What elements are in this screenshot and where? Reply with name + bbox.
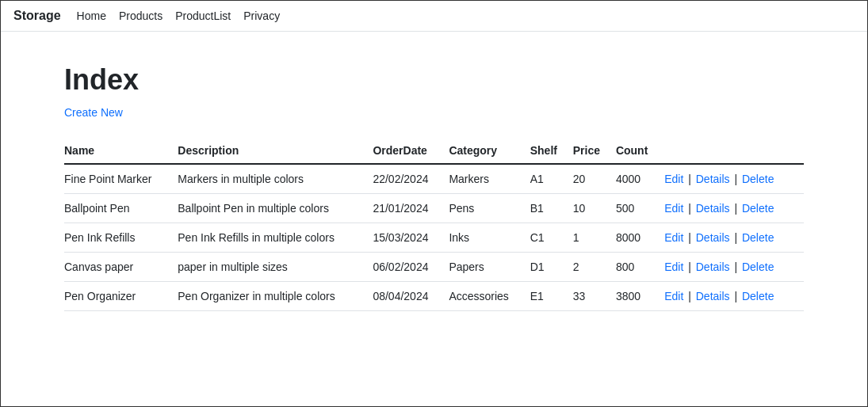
cell-order_date: 22/02/2024 xyxy=(373,164,449,194)
navbar-brand[interactable]: Storage xyxy=(13,9,61,23)
cell-price: 10 xyxy=(573,194,616,223)
delete-link[interactable]: Delete xyxy=(742,202,774,215)
table-row: Ballpoint PenBallpoint Pen in multiple c… xyxy=(64,194,804,223)
navbar: Storage HomeProductsProductListPrivacy xyxy=(1,1,867,32)
cell-description: Markers in multiple colors xyxy=(178,164,373,194)
cell-actions: Edit | Details | Delete xyxy=(664,164,804,194)
col-header-shelf: Shelf xyxy=(530,138,573,164)
cell-count: 3800 xyxy=(616,282,664,311)
table-row: Pen Ink RefillsPen Ink Refills in multip… xyxy=(64,223,804,253)
col-header-price: Price xyxy=(573,138,616,164)
cell-shelf: C1 xyxy=(530,223,573,253)
cell-shelf: D1 xyxy=(530,253,573,282)
cell-price: 1 xyxy=(573,223,616,253)
edit-link[interactable]: Edit xyxy=(664,202,683,215)
separator: | xyxy=(732,261,740,273)
nav-link-home[interactable]: Home xyxy=(77,10,106,22)
edit-link[interactable]: Edit xyxy=(664,290,683,302)
details-link[interactable]: Details xyxy=(696,173,730,185)
separator: | xyxy=(732,290,740,302)
col-header-name: Name xyxy=(64,138,178,164)
cell-price: 33 xyxy=(573,282,616,311)
separator: | xyxy=(732,173,740,185)
cell-order_date: 06/02/2024 xyxy=(373,253,449,282)
nav-link-productlist[interactable]: ProductList xyxy=(175,10,231,22)
table-row: Fine Point MarkerMarkers in multiple col… xyxy=(64,164,804,194)
separator: | xyxy=(685,290,694,302)
cell-shelf: A1 xyxy=(530,164,573,194)
edit-link[interactable]: Edit xyxy=(664,231,683,244)
cell-shelf: E1 xyxy=(530,282,573,311)
edit-link[interactable]: Edit xyxy=(664,173,683,185)
delete-link[interactable]: Delete xyxy=(742,231,774,244)
cell-count: 500 xyxy=(616,194,664,223)
cell-count: 4000 xyxy=(616,164,664,194)
delete-link[interactable]: Delete xyxy=(742,290,774,302)
cell-order_date: 21/01/2024 xyxy=(373,194,449,223)
separator: | xyxy=(732,231,740,244)
table-body: Fine Point MarkerMarkers in multiple col… xyxy=(64,164,804,311)
cell-actions: Edit | Details | Delete xyxy=(664,282,804,311)
cell-name: Pen Ink Refills xyxy=(64,223,178,253)
cell-name: Pen Organizer xyxy=(64,282,178,311)
details-link[interactable]: Details xyxy=(696,261,730,273)
separator: | xyxy=(685,173,694,185)
edit-link[interactable]: Edit xyxy=(664,261,683,273)
cell-description: paper in multiple sizes xyxy=(178,253,373,282)
cell-order_date: 08/04/2024 xyxy=(373,282,449,311)
cell-price: 2 xyxy=(573,253,616,282)
cell-actions: Edit | Details | Delete xyxy=(664,194,804,223)
table-row: Canvas paperpaper in multiple sizes06/02… xyxy=(64,253,804,282)
nav-link-privacy[interactable]: Privacy xyxy=(243,10,280,22)
cell-count: 8000 xyxy=(616,223,664,253)
details-link[interactable]: Details xyxy=(696,202,730,215)
nav-links: HomeProductsProductListPrivacy xyxy=(77,10,281,22)
table-header: NameDescriptionOrderDateCategoryShelfPri… xyxy=(64,138,804,164)
cell-category: Papers xyxy=(449,253,530,282)
cell-description: Pen Ink Refills in multiple colors xyxy=(178,223,373,253)
cell-order_date: 15/03/2024 xyxy=(373,223,449,253)
cell-category: Accessories xyxy=(449,282,530,311)
separator: | xyxy=(732,202,740,215)
cell-price: 20 xyxy=(573,164,616,194)
details-link[interactable]: Details xyxy=(696,231,730,244)
create-new-link[interactable]: Create New xyxy=(64,106,123,119)
cell-name: Canvas paper xyxy=(64,253,178,282)
col-header-orderdate: OrderDate xyxy=(373,138,449,164)
products-table: NameDescriptionOrderDateCategoryShelfPri… xyxy=(64,138,804,311)
cell-category: Pens xyxy=(449,194,530,223)
cell-category: Inks xyxy=(449,223,530,253)
cell-description: Ballpoint Pen in multiple colors xyxy=(178,194,373,223)
col-header-actions xyxy=(664,138,804,164)
col-header-description: Description xyxy=(178,138,373,164)
table-row: Pen OrganizerPen Organizer in multiple c… xyxy=(64,282,804,311)
separator: | xyxy=(685,261,694,273)
nav-link-products[interactable]: Products xyxy=(119,10,163,22)
cell-name: Ballpoint Pen xyxy=(64,194,178,223)
cell-actions: Edit | Details | Delete xyxy=(664,253,804,282)
details-link[interactable]: Details xyxy=(696,290,730,302)
delete-link[interactable]: Delete xyxy=(742,261,774,273)
cell-actions: Edit | Details | Delete xyxy=(664,223,804,253)
cell-name: Fine Point Marker xyxy=(64,164,178,194)
cell-category: Markers xyxy=(449,164,530,194)
cell-count: 800 xyxy=(616,253,664,282)
page-title: Index xyxy=(64,63,804,97)
col-header-category: Category xyxy=(449,138,530,164)
cell-description: Pen Organizer in multiple colors xyxy=(178,282,373,311)
separator: | xyxy=(685,231,694,244)
main-content: Index Create New NameDescriptionOrderDat… xyxy=(1,32,867,343)
col-header-count: Count xyxy=(616,138,664,164)
cell-shelf: B1 xyxy=(530,194,573,223)
separator: | xyxy=(685,202,694,215)
delete-link[interactable]: Delete xyxy=(742,173,774,185)
